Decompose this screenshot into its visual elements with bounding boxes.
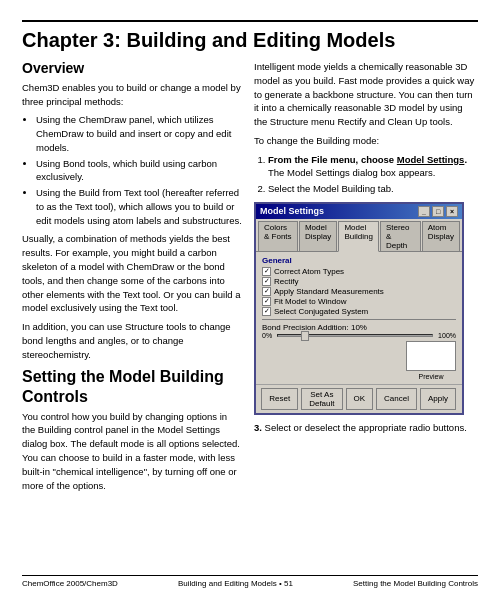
overview-heading: Overview	[22, 60, 242, 77]
apply-button[interactable]: Apply	[420, 388, 456, 410]
left-column: Overview Chem3D enables you to build or …	[22, 60, 242, 571]
dialog-title: Model Settings	[260, 206, 324, 216]
footer-bullet: •	[279, 579, 282, 588]
top-rule	[22, 20, 478, 22]
footer-left: ChemOffice 2005/Chem3D	[22, 579, 118, 588]
tab-model-display[interactable]: Model Display	[299, 221, 338, 251]
checkbox-row-3: Apply Standard Measurements	[262, 287, 456, 296]
overview-para2: In addition, you can use Structure tools…	[22, 320, 242, 361]
model-settings-dialog: Model Settings _ □ × Colors & Fonts Mode…	[254, 202, 464, 415]
step1-text: From the File menu, choose Model Setting…	[268, 154, 467, 165]
bullet-item: Using the Build from Text tool (hereafte…	[36, 186, 242, 227]
dialog-minimize-button[interactable]: _	[418, 206, 430, 217]
preview-label-text: Preview	[406, 341, 456, 380]
checkbox-label-3: Apply Standard Measurements	[274, 287, 384, 296]
checkbox-label-4: Fit Model to Window	[274, 297, 346, 306]
checkbox-row-4: Fit Model to Window	[262, 297, 456, 306]
dialog-titlebar: Model Settings _ □ ×	[256, 204, 462, 219]
dialog-maximize-button[interactable]: □	[432, 206, 444, 217]
step-2: Select the Model Building tab.	[268, 182, 478, 196]
checkbox-row-5: Select Conjugated System	[262, 307, 456, 316]
to-change-heading: To change the Building mode:	[254, 134, 478, 148]
ok-button[interactable]: OK	[346, 388, 374, 410]
bullet-item: Using Bond tools, which build using carb…	[36, 157, 242, 185]
checkbox-rectify[interactable]	[262, 277, 271, 286]
dialog-separator	[262, 319, 456, 320]
page: Chapter 3: Building and Editing Models O…	[0, 0, 500, 600]
dialog-tabs: Colors & Fonts Model Display Model Build…	[256, 219, 462, 252]
steps-list: From the File menu, choose Model Setting…	[268, 153, 478, 196]
slider-max-label: 100%	[438, 332, 456, 339]
slider-thumb	[301, 331, 309, 341]
checkbox-select-conjugated[interactable]	[262, 307, 271, 316]
step-1: From the File menu, choose Model Setting…	[268, 153, 478, 181]
checkbox-row-1: Correct Atom Types	[262, 267, 456, 276]
tab-atom-display[interactable]: Atom Display	[422, 221, 460, 251]
footer-center-line1: Building and Editing Models	[178, 579, 277, 588]
content-area: Overview Chem3D enables you to build or …	[22, 60, 478, 571]
preview-label: Preview	[419, 373, 444, 380]
step1-sub: The Model Settings dialog box appears.	[268, 167, 435, 178]
right-intro-para1: Intelligent mode yields a chemically rea…	[254, 60, 478, 129]
footer-right: Setting the Model Building Controls	[353, 579, 478, 588]
bullet-list: Using the ChemDraw panel, which utilizes…	[36, 113, 242, 227]
dialog-footer: Reset Set As Default OK Cancel Apply	[256, 384, 462, 413]
overview-body: Chem3D enables you to build or change a …	[22, 81, 242, 109]
checkbox-apply-std[interactable]	[262, 287, 271, 296]
slider-container: 0% 100%	[262, 332, 456, 339]
cancel-button[interactable]: Cancel	[376, 388, 417, 410]
right-column: Intelligent mode yields a chemically rea…	[254, 60, 478, 571]
overview-para1: Usually, a combination of methods yields…	[22, 232, 242, 315]
checkbox-label-1: Correct Atom Types	[274, 267, 344, 276]
footer-center: Building and Editing Models • 51	[178, 579, 293, 588]
reset-button[interactable]: Reset	[261, 388, 298, 410]
step2-text: Select the Model Building tab.	[268, 183, 394, 194]
chapter-title: Chapter 3: Building and Editing Models	[22, 28, 478, 52]
dialog-close-button[interactable]: ×	[446, 206, 458, 217]
checkbox-correct-atom-types[interactable]	[262, 267, 271, 276]
step3-text: 3. Select or deselect the appropriate ra…	[254, 421, 478, 435]
step3-body: Select or deselect the appropriate radio…	[265, 422, 467, 433]
checkbox-label-2: Rectify	[274, 277, 298, 286]
bullet-item: Using the ChemDraw panel, which utilizes…	[36, 113, 242, 154]
dialog-titlebar-buttons: _ □ ×	[418, 206, 458, 217]
footer-bar: ChemOffice 2005/Chem3D Building and Edit…	[22, 575, 478, 588]
dialog-body: General Correct Atom Types Rectify Apply…	[256, 252, 462, 384]
bond-precision-label: Bond Precision Addition: 10%	[262, 323, 456, 332]
checkbox-fit-model[interactable]	[262, 297, 271, 306]
set-as-default-button[interactable]: Set As Default	[301, 388, 342, 410]
checkbox-label-5: Select Conjugated System	[274, 307, 368, 316]
footer-page: 51	[284, 579, 293, 588]
preview-box	[406, 341, 456, 371]
preview-row: Preview	[262, 341, 456, 380]
bond-precision-slider[interactable]	[277, 334, 433, 337]
checkbox-row-2: Rectify	[262, 277, 456, 286]
tab-colors-fonts[interactable]: Colors & Fonts	[258, 221, 298, 251]
section2-heading: Setting the Model Building Controls	[22, 367, 242, 405]
section2-body1: You control how you build by changing op…	[22, 410, 242, 493]
tab-stereo-depth[interactable]: Stereo & Depth	[380, 221, 421, 251]
slider-min-label: 0%	[262, 332, 272, 339]
step3-num: 3.	[254, 422, 265, 433]
dialog-group-label: General	[262, 256, 456, 265]
tab-model-building[interactable]: Model Building	[338, 221, 378, 252]
